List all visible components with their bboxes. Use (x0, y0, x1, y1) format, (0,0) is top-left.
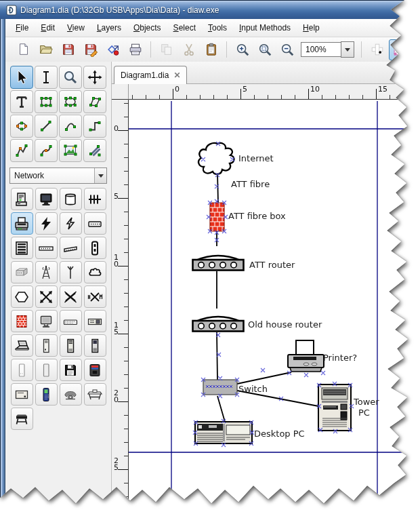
shape-tower-light[interactable] (11, 359, 33, 381)
shape-keyboard[interactable] (60, 310, 82, 332)
shape-tower-plain[interactable] (35, 359, 58, 381)
cut-button[interactable] (178, 39, 199, 60)
shape-mobile-phone[interactable] (35, 383, 58, 406)
tool-zigzagline[interactable] (83, 115, 106, 138)
tool-outline[interactable] (83, 139, 106, 162)
menu-objects[interactable]: Objects (127, 19, 167, 37)
sheet-selector[interactable]: Network (9, 167, 107, 184)
tool-beziergon[interactable] (10, 115, 33, 138)
label-tower-pc-line2[interactable]: PC (358, 408, 370, 418)
zoom-in-button[interactable] (232, 39, 253, 60)
menu-edit[interactable]: Edit (35, 19, 61, 37)
node-printer[interactable] (288, 340, 324, 372)
sheet-dropdown-button[interactable] (94, 168, 106, 183)
shape-external-drive[interactable] (11, 383, 33, 406)
label-printer[interactable]: Printer? (323, 353, 357, 363)
diagram-canvas[interactable]: Internet ATT fibre ATT fibre box ATT rou… (129, 100, 420, 514)
shape-firewall-box[interactable] (84, 237, 106, 259)
shape-zap[interactable] (60, 212, 82, 235)
tool-text[interactable] (10, 90, 33, 113)
network-diagram[interactable]: Internet ATT fibre ATT fibre box ATT rou… (129, 100, 420, 514)
shape-hexagon[interactable] (11, 285, 33, 308)
new-diagram-button[interactable] (13, 39, 34, 60)
zoom-fit-button[interactable] (254, 39, 275, 60)
snap-to-objects-button[interactable] (389, 39, 410, 60)
menu-input-methods[interactable]: Input Methods (233, 19, 297, 37)
shape-floppy[interactable] (60, 359, 82, 381)
zoom-level-combo[interactable]: 100% (301, 41, 354, 58)
shape-small-device[interactable] (84, 310, 106, 332)
tool-polygon[interactable] (83, 90, 106, 113)
shape-cloud[interactable] (84, 261, 106, 283)
node-desktop-pc[interactable] (195, 422, 252, 443)
menu-select[interactable]: Select (167, 19, 202, 37)
shape-radio-tower[interactable] (35, 261, 58, 283)
shape-hub[interactable] (84, 212, 106, 235)
shape-flat-hub[interactable] (35, 237, 58, 259)
shape-plotter[interactable] (84, 383, 106, 406)
menu-file[interactable]: File (9, 19, 35, 37)
toggle-grid-button[interactable] (366, 39, 387, 60)
shape-switch-box[interactable] (11, 261, 33, 283)
menu-layers[interactable]: Layers (91, 19, 127, 37)
shape-modem[interactable] (60, 237, 82, 259)
tool-box[interactable] (35, 90, 58, 113)
shape-storage[interactable] (60, 188, 82, 210)
menu-tools[interactable]: Tools (202, 19, 233, 37)
shape-router[interactable] (35, 285, 58, 308)
shape-workstation[interactable] (35, 310, 58, 332)
tool-polyline[interactable] (10, 139, 33, 162)
menu-help[interactable]: Help (297, 19, 326, 37)
shape-telephone[interactable] (60, 383, 82, 406)
export-button[interactable] (102, 39, 123, 60)
label-desktop-pc[interactable]: Desktop PC (254, 429, 305, 439)
node-att-router[interactable] (193, 256, 244, 271)
shape-digitizing-board[interactable] (11, 408, 33, 430)
tool-modify[interactable] (10, 66, 33, 89)
tool-scroll[interactable] (83, 66, 106, 89)
copy-button[interactable] (156, 39, 177, 60)
zoom-dropdown-button[interactable] (341, 41, 354, 58)
shape-tower-1[interactable] (35, 334, 58, 357)
paste-button[interactable] (201, 39, 222, 60)
zoom-out-button[interactable] (276, 39, 297, 60)
shape-flash[interactable] (35, 212, 58, 235)
label-tower-pc-line1[interactable]: Tower (353, 397, 379, 407)
zoom-level-value[interactable]: 100% (301, 42, 341, 57)
tool-magnify[interactable] (59, 66, 82, 89)
node-tower-pc[interactable] (318, 384, 351, 431)
titlebar[interactable]: Diagram1.dia (D:\32Gb USB\Apps\Dia\Data)… (0, 0, 420, 19)
tab-close-icon[interactable]: ✕ (173, 71, 180, 79)
shape-firewall[interactable] (11, 310, 33, 332)
tool-arc[interactable] (59, 115, 82, 138)
shape-laptop[interactable] (11, 334, 33, 357)
shape-tower-2[interactable] (60, 334, 82, 357)
shape-tower-3[interactable] (84, 334, 106, 357)
print-button[interactable] (125, 39, 146, 60)
open-button[interactable] (35, 39, 56, 60)
node-att-fibre-box[interactable] (210, 203, 224, 231)
shape-mainframe[interactable] (11, 188, 33, 210)
shape-atm-switch[interactable] (84, 285, 106, 308)
label-old-house-router[interactable]: Old house router (248, 319, 322, 330)
label-switch[interactable]: Switch (238, 384, 268, 394)
label-att-fibre[interactable]: ATT fibre (231, 179, 270, 189)
menu-view[interactable]: View (61, 19, 91, 37)
label-att-router[interactable]: ATT router (249, 260, 295, 270)
tab-diagram1[interactable]: Diagram1.dia ✕ (114, 66, 187, 84)
label-att-fibre-box[interactable]: ATT fibre box (228, 211, 286, 221)
node-old-house-router[interactable] (193, 317, 244, 332)
shape-zip-disk[interactable] (84, 359, 106, 381)
node-switch[interactable] (203, 380, 237, 395)
tool-image[interactable] (59, 139, 82, 162)
save-button[interactable] (58, 39, 79, 60)
shape-printer[interactable] (11, 212, 33, 235)
shape-bus[interactable] (84, 188, 106, 210)
label-internet[interactable]: Internet (238, 153, 274, 163)
tool-line[interactable] (35, 115, 58, 138)
shape-switch-x[interactable] (60, 285, 82, 308)
tool-text-edit[interactable] (35, 66, 58, 89)
tool-bezierline[interactable] (35, 139, 58, 162)
save-as-button[interactable] (80, 39, 101, 60)
shape-monitor[interactable] (35, 188, 58, 210)
